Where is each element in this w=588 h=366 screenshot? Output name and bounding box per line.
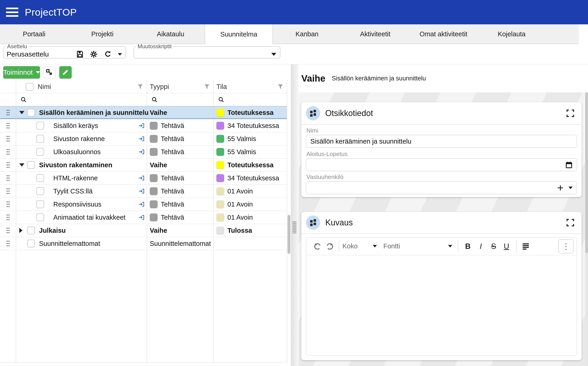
- hamburger-menu-icon[interactable]: [6, 8, 18, 17]
- drag-handle-icon[interactable]: [6, 161, 10, 168]
- drag-handle-icon[interactable]: [6, 135, 10, 142]
- tab-kojelauta[interactable]: Kojelauta: [477, 24, 546, 44]
- select-all-checkbox[interactable]: [26, 83, 34, 91]
- table-row[interactable]: Animaatiot tai kuvakkeetTehtävä01 Avoin: [0, 211, 287, 224]
- more-options-button[interactable]: ⋮: [558, 239, 573, 253]
- toiminnot-button[interactable]: Toiminnot: [3, 66, 40, 79]
- search-input-tila[interactable]: [214, 93, 287, 106]
- drag-handle-icon[interactable]: [6, 214, 10, 221]
- bold-button[interactable]: B: [461, 242, 474, 251]
- row-checkbox[interactable]: [27, 227, 35, 234]
- font-family-select[interactable]: Fontti: [383, 242, 452, 250]
- layout-settings-gear-icon[interactable]: [90, 50, 98, 58]
- fullscreen-icon[interactable]: [566, 109, 575, 118]
- tab-aikataulu[interactable]: Aikataulu: [136, 24, 205, 44]
- search-input-nimi[interactable]: [16, 93, 147, 106]
- drag-handle-icon[interactable]: [6, 148, 10, 155]
- nimi-input[interactable]: Sisällön kerääminen ja suunnittelu: [306, 135, 577, 148]
- table-row[interactable]: HTML-rakenneTehtävä34 Toteutuksessa: [0, 172, 287, 185]
- table-row[interactable]: ResponsiivisuusTehtävä01 Avoin: [0, 198, 287, 211]
- row-checkbox[interactable]: [27, 161, 35, 169]
- vastuuhenkilo-input[interactable]: +: [306, 181, 577, 194]
- grid-header-tyyppi[interactable]: Tyyppi: [147, 80, 214, 93]
- drag-handle-icon[interactable]: [6, 201, 10, 208]
- open-item-icon[interactable]: [138, 122, 145, 129]
- drag-handle-icon[interactable]: [6, 109, 10, 116]
- table-row[interactable]: JulkaisuVaiheTulossa: [0, 224, 287, 237]
- resize-grid-button[interactable]: [43, 66, 56, 79]
- row-name: Julkaisu: [39, 227, 66, 234]
- grid-vertical-scrollbar[interactable]: [287, 215, 290, 254]
- aloitus-lopetus-input[interactable]: [306, 158, 577, 171]
- font-size-select[interactable]: Koko: [342, 242, 377, 250]
- grid-header-nimi[interactable]: Nimi: [16, 80, 147, 93]
- search-input-tyyppi[interactable]: [147, 93, 214, 106]
- row-checkbox[interactable]: [36, 122, 44, 130]
- table-row[interactable]: SuunnittelemattomatSuunnittelemattomat: [0, 237, 287, 250]
- reset-layout-icon[interactable]: [104, 50, 112, 58]
- open-item-icon[interactable]: [138, 148, 145, 155]
- layout-dropdown-caret[interactable]: [118, 53, 122, 56]
- table-row[interactable]: Sisällön kerääminen ja suunnitteluVaiheT…: [0, 106, 287, 119]
- align-button[interactable]: [520, 240, 532, 252]
- open-item-icon[interactable]: [138, 214, 145, 221]
- calendar-icon[interactable]: [565, 161, 573, 168]
- open-item-icon[interactable]: [138, 188, 145, 195]
- tab-suunnitelma[interactable]: Suunnitelma: [205, 24, 273, 44]
- open-item-icon[interactable]: [138, 135, 145, 142]
- row-name: Responsiivisuus: [53, 201, 102, 208]
- drag-handle-icon[interactable]: [6, 175, 10, 182]
- panel-splitter[interactable]: [291, 64, 299, 366]
- table-row[interactable]: Tyylit CSS:lläTehtävä01 Avoin: [0, 185, 287, 198]
- description-text-area[interactable]: [306, 255, 577, 355]
- expand-row-icon[interactable]: [19, 228, 23, 233]
- row-checkbox[interactable]: [36, 187, 44, 195]
- underline-button[interactable]: U: [500, 242, 513, 251]
- row-checkbox[interactable]: [36, 135, 44, 143]
- table-row[interactable]: Sisällön keräysTehtävä34 Toteutuksessa: [0, 119, 287, 132]
- filter-funnel-icon[interactable]: [277, 84, 284, 90]
- drag-handle-icon[interactable]: [6, 188, 10, 195]
- drag-handle-icon[interactable]: [6, 122, 10, 129]
- change-scripts-dropdown-caret[interactable]: [271, 53, 276, 56]
- detail-scrollbar[interactable]: [585, 92, 588, 366]
- open-item-icon[interactable]: [138, 201, 145, 208]
- tab-kanban[interactable]: Kanban: [273, 24, 341, 44]
- row-checkbox[interactable]: [27, 240, 35, 247]
- collapse-row-icon[interactable]: [19, 111, 24, 114]
- strikethrough-button[interactable]: S: [487, 242, 500, 251]
- tab-projekti[interactable]: Projekti: [68, 24, 136, 44]
- row-checkbox[interactable]: [36, 174, 44, 182]
- row-handle-cell: [0, 211, 16, 224]
- table-row[interactable]: Sivuston rakenneTehtävä55 Valmis: [0, 132, 287, 145]
- row-checkbox[interactable]: [27, 109, 35, 116]
- collapse-row-icon[interactable]: [19, 163, 24, 167]
- tab-aktiviteetit[interactable]: Aktiviteetit: [341, 24, 409, 44]
- italic-button[interactable]: I: [474, 242, 487, 251]
- table-row[interactable]: Sivuston rakentaminenVaiheToteutuksessa: [0, 159, 287, 172]
- add-person-icon[interactable]: +: [557, 183, 563, 193]
- row-type: Tehtävä: [161, 201, 184, 208]
- edit-button[interactable]: [59, 66, 72, 79]
- tab-portaali[interactable]: Portaali: [0, 24, 68, 44]
- fullscreen-icon[interactable]: [566, 218, 575, 227]
- row-checkbox[interactable]: [36, 200, 44, 208]
- table-row[interactable]: UlkoasuluonnosTehtävä55 Valmis: [0, 145, 287, 159]
- grid-header-tila[interactable]: Tila: [214, 80, 287, 93]
- save-layout-icon[interactable]: [76, 50, 84, 58]
- drag-handle-icon[interactable]: [6, 227, 10, 234]
- redo-button[interactable]: [324, 240, 336, 252]
- row-checkbox[interactable]: [36, 214, 44, 221]
- open-item-icon[interactable]: [138, 175, 145, 182]
- undo-button[interactable]: [312, 240, 324, 252]
- person-dropdown-caret[interactable]: [568, 187, 573, 189]
- row-checkbox[interactable]: [36, 148, 44, 156]
- drag-handle-icon[interactable]: [6, 240, 10, 247]
- filter-funnel-icon[interactable]: [137, 84, 143, 90]
- row-status: Toteutuksessa: [227, 109, 274, 116]
- status-color-swatch: [216, 148, 224, 156]
- layout-current-value[interactable]: Perusasettelu: [7, 50, 49, 58]
- tab-omat-aktiviteetit[interactable]: Omat aktiviteetit: [409, 24, 477, 44]
- filter-funnel-icon[interactable]: [204, 84, 210, 90]
- search-icon: [218, 97, 224, 103]
